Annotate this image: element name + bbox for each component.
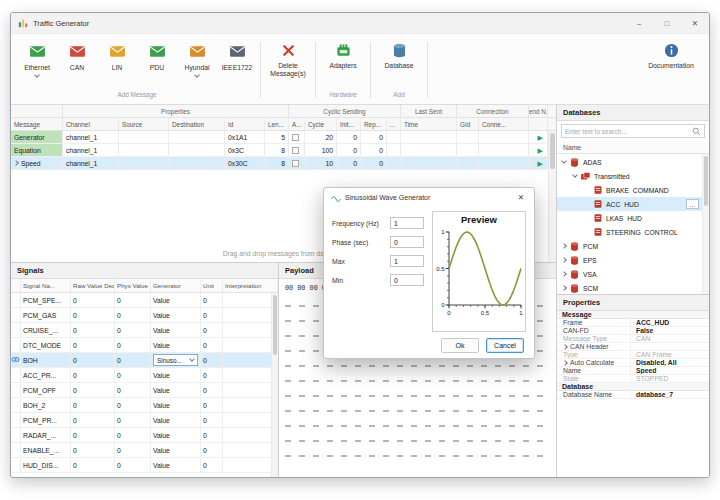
tree-item-eps[interactable]: EPS bbox=[557, 253, 709, 267]
documentation-button[interactable]: Documentation bbox=[639, 36, 703, 70]
signal-cell: 0 bbox=[201, 413, 223, 427]
signal-row[interactable]: DTC_MODE00Value0 bbox=[11, 338, 278, 353]
signal-cell: 0 bbox=[71, 353, 115, 367]
minimize-button[interactable]: – bbox=[625, 13, 653, 33]
ribbon-button-label: LIN bbox=[112, 64, 123, 72]
property-row[interactable]: Database Namedatabase_7 bbox=[557, 391, 709, 399]
signal-cell bbox=[223, 338, 278, 352]
signals-gutter-header bbox=[11, 279, 21, 292]
column-header: Source bbox=[119, 118, 169, 130]
dialog-close-button[interactable]: ✕ bbox=[510, 188, 532, 207]
tree-item-scm[interactable]: SCM bbox=[557, 281, 709, 294]
tree-item-steering_control[interactable]: STEERING_CONTROL bbox=[557, 225, 709, 239]
database-button[interactable]: Database bbox=[374, 36, 424, 70]
signal-row[interactable]: PCM_PR...00Value0 bbox=[11, 413, 278, 428]
send-button[interactable]: ▶ bbox=[538, 160, 543, 167]
field-input[interactable]: 1 bbox=[390, 217, 424, 229]
signal-row[interactable]: ACC_PR...00Value0 bbox=[11, 368, 278, 383]
scrollbar-thumb[interactable] bbox=[550, 133, 555, 169]
tree-item-acc_hud[interactable]: ACC_HUD... bbox=[557, 197, 709, 211]
active-checkbox[interactable] bbox=[292, 147, 299, 154]
app-window: Traffic Generator – □ ✕ EthernetCANLINPD… bbox=[10, 12, 710, 478]
message-cell: 100 bbox=[305, 144, 337, 156]
signal-cell: 0 bbox=[71, 383, 115, 397]
payload-bit-row bbox=[285, 455, 550, 457]
ribbon-button-ethernet[interactable]: Ethernet bbox=[17, 36, 57, 77]
active-checkbox[interactable] bbox=[292, 160, 299, 167]
message-row[interactable]: Generatorchannel_10x1A152000▶ bbox=[11, 131, 556, 144]
svg-text:0: 0 bbox=[447, 310, 451, 316]
group-label-blank bbox=[264, 91, 312, 104]
band-header: Properties bbox=[63, 105, 289, 117]
active-checkbox[interactable] bbox=[292, 134, 299, 141]
signal-row[interactable]: PCM_GAS00Value0 bbox=[11, 308, 278, 323]
signal-row[interactable]: PCM_OPF00Value0 bbox=[11, 383, 278, 398]
signals-scrollbar[interactable] bbox=[271, 293, 278, 477]
message-row[interactable]: Equationchannel_10x3C810000▶ bbox=[11, 144, 556, 157]
signal-row[interactable]: CRUISE_...00Value0 bbox=[11, 323, 278, 338]
property-row[interactable]: StateSTOPPED bbox=[557, 375, 709, 383]
property-row[interactable]: CAN-FDFalse bbox=[557, 327, 709, 335]
tree-item-transmitted[interactable]: Transmitted bbox=[557, 169, 709, 183]
property-row[interactable]: TypeCAN Frame bbox=[557, 351, 709, 359]
adapters-button[interactable]: Adapters bbox=[319, 36, 367, 70]
tree-item-brake_command[interactable]: BRAKE_COMMAND bbox=[557, 183, 709, 197]
send-button[interactable]: ▶ bbox=[538, 147, 543, 154]
field-input[interactable]: 0 bbox=[390, 236, 424, 248]
ribbon-button-ieee1722[interactable]: IEEE1722 bbox=[217, 36, 257, 72]
band-header: Connection bbox=[457, 105, 529, 117]
window-title: Traffic Generator bbox=[33, 19, 89, 28]
ribbon-button-lin[interactable]: LIN bbox=[97, 36, 137, 72]
maximize-button[interactable]: □ bbox=[653, 13, 681, 33]
tree-item-lkas_hud[interactable]: LKAS_HUD bbox=[557, 211, 709, 225]
cancel-button[interactable]: Cancel bbox=[486, 338, 524, 353]
tree-item-adas[interactable]: ADAS bbox=[557, 155, 709, 169]
signal-cell: 0 bbox=[115, 323, 151, 337]
property-value: database_7 bbox=[631, 391, 709, 398]
signal-row[interactable]: PCM_SPE...00Value0 bbox=[11, 293, 278, 308]
signal-row[interactable]: RADAR_...00Value0 bbox=[11, 428, 278, 443]
signal-cell: 0 bbox=[71, 338, 115, 352]
signal-row[interactable]: BOH_200Value0 bbox=[11, 398, 278, 413]
tree-scrollbar[interactable] bbox=[702, 154, 709, 294]
tree-item-vsa[interactable]: VSA bbox=[557, 267, 709, 281]
field-input[interactable]: 1 bbox=[390, 255, 424, 267]
field-input[interactable]: 0 bbox=[390, 274, 424, 286]
chevron-right-icon bbox=[13, 160, 19, 166]
send-button[interactable]: ▶ bbox=[538, 134, 543, 141]
search-icon bbox=[692, 122, 701, 140]
generator-combo[interactable]: Sinuso... bbox=[153, 354, 198, 366]
signal-row[interactable]: ENABLE_...00Value0 bbox=[11, 443, 278, 458]
message-row[interactable]: Speedchannel_10x30C81000▶ bbox=[11, 157, 556, 170]
signal-row[interactable]: HUD_DIS...00Value0 bbox=[11, 458, 278, 473]
documentation-icon bbox=[664, 43, 679, 59]
ok-button[interactable]: Ok bbox=[441, 338, 479, 353]
property-row[interactable]: CAN Header bbox=[557, 343, 709, 351]
signal-cell: 0 bbox=[115, 443, 151, 457]
search-input[interactable]: Enter text to search... bbox=[561, 124, 705, 138]
ribbon-button-hyundai[interactable]: Hyundai bbox=[177, 36, 217, 77]
documentation-group: Documentation bbox=[639, 36, 703, 104]
scrollbar-thumb[interactable] bbox=[273, 295, 277, 355]
signal-gutter bbox=[11, 413, 21, 427]
property-row[interactable]: FrameACC_HUD bbox=[557, 319, 709, 327]
signal-cell: 0 bbox=[71, 443, 115, 457]
signal-row[interactable]: BOH00Sinuso...0 bbox=[11, 353, 278, 368]
signal-cell: Value bbox=[151, 338, 201, 352]
message-cell bbox=[401, 131, 457, 143]
delete-message-button[interactable]: Delete Message(s) bbox=[264, 36, 312, 78]
messages-scrollbar[interactable] bbox=[548, 131, 556, 262]
ribbon-button-can[interactable]: CAN bbox=[57, 36, 97, 72]
signal-cell: ACC_PR... bbox=[21, 368, 71, 382]
close-button[interactable]: ✕ bbox=[681, 13, 709, 33]
property-row[interactable]: NameSpeed bbox=[557, 367, 709, 375]
tree-item-pcm[interactable]: PCM bbox=[557, 239, 709, 253]
property-row[interactable]: Message TypeCAN bbox=[557, 335, 709, 343]
scrollbar-thumb[interactable] bbox=[704, 156, 708, 206]
envelope-icon bbox=[229, 43, 246, 61]
more-button[interactable]: ... bbox=[686, 199, 699, 209]
ribbon-button-pdu[interactable]: PDU bbox=[137, 36, 177, 72]
property-row[interactable]: Auto CalculateDisabled, All bbox=[557, 359, 709, 367]
database-icon bbox=[569, 269, 580, 280]
message-name-cell: Equation bbox=[11, 144, 63, 156]
